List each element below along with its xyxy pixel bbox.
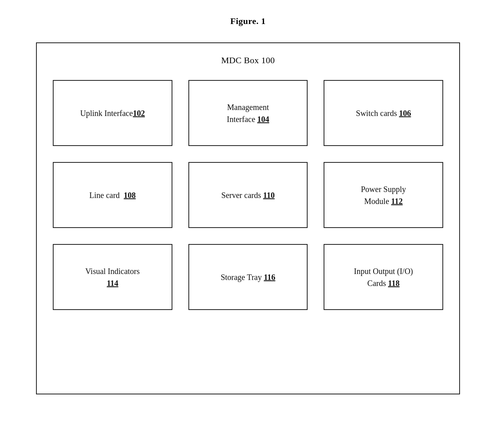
outer-box-title: MDC Box 100 [221, 55, 275, 66]
outer-box: MDC Box 100 Uplink Interface102Managemen… [36, 42, 460, 394]
card-server-cards: Server cards 110 [188, 162, 308, 228]
card-label-server-cards: Server cards 110 [221, 189, 274, 201]
card-label-management-interface: ManagementInterface 104 [227, 101, 269, 125]
card-label-power-supply-module: Power SupplyModule 112 [361, 183, 406, 207]
component-grid: Uplink Interface102ManagementInterface 1… [53, 80, 443, 310]
card-label-switch-cards: Switch cards 106 [356, 107, 411, 119]
card-label-input-output-cards: Input Output (I/O)Cards 118 [354, 265, 413, 289]
card-label-storage-tray: Storage Tray 116 [221, 271, 276, 283]
page-title: Figure. 1 [230, 16, 266, 26]
card-uplink-interface: Uplink Interface102 [53, 80, 172, 146]
card-input-output-cards: Input Output (I/O)Cards 118 [324, 244, 443, 310]
card-line-card: Line card 108 [53, 162, 172, 228]
card-power-supply-module: Power SupplyModule 112 [324, 162, 443, 228]
card-label-visual-indicators: Visual Indicators114 [85, 265, 140, 289]
card-label-uplink-interface: Uplink Interface102 [80, 107, 145, 119]
card-management-interface: ManagementInterface 104 [188, 80, 308, 146]
card-label-line-card: Line card 108 [89, 189, 136, 201]
card-visual-indicators: Visual Indicators114 [53, 244, 172, 310]
card-storage-tray: Storage Tray 116 [188, 244, 308, 310]
card-switch-cards: Switch cards 106 [324, 80, 443, 146]
